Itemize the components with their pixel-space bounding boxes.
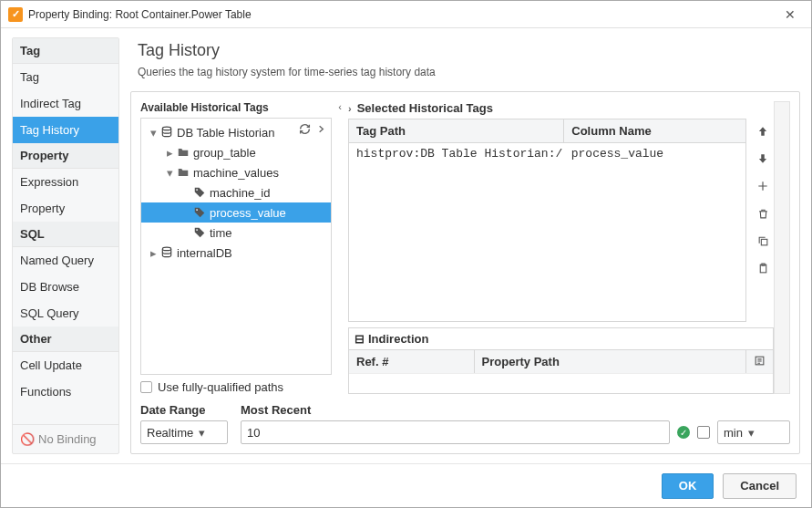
expand-toggle-icon[interactable]: ▸ [147,246,159,260]
tree-node-label: internalDB [177,246,232,260]
tag-icon [192,206,207,219]
sidebar-item-db-browse[interactable]: DB Browse [13,274,118,300]
tree-node-label: process_value [210,206,286,220]
svg-point-3 [196,229,198,231]
selected-tags-body: histprov:DB Table Historian:/tabl proces… [349,143,745,321]
sidebar-item-expression[interactable]: Expression [13,169,118,195]
col-tag-path[interactable]: Tag Path [349,119,564,142]
unit-value: min [724,426,743,440]
sidebar-item-named-query[interactable]: Named Query [13,247,118,274]
date-range-combo[interactable]: Realtime ▾ [140,420,228,444]
sidebar-item-tag[interactable]: Tag [13,64,118,90]
cancel-button[interactable]: Cancel [723,473,797,499]
tree-node[interactable]: ▸group_table [141,142,331,162]
paste-icon[interactable] [755,261,770,275]
most-recent-input[interactable]: 10 [241,420,670,444]
expand-toggle-icon[interactable]: ▾ [147,126,159,140]
tree-node[interactable]: ▸internalDB [141,243,331,263]
sidebar-item-sql-query[interactable]: SQL Query [13,300,118,327]
svg-rect-5 [761,239,767,245]
date-range-value: Realtime [147,426,193,440]
page-subtitle: Queries the tag history system for time-… [130,66,800,78]
indirection-label: Indirection [368,332,428,346]
most-recent-value: 10 [247,426,260,440]
footer: OK Cancel [1,463,811,507]
sidebar-item-property[interactable]: Property [13,195,118,222]
indirection-header[interactable]: ⊟ Indirection [349,328,773,349]
selected-tags-label: › Selected Historical Tags [348,101,774,115]
chevron-down-icon: ▾ [748,426,755,440]
sidebar-item-tag-history[interactable]: Tag History [13,117,118,143]
table-row[interactable]: histprov:DB Table Historian:/tabl proces… [349,143,745,164]
sidebar-group-other: Other [13,327,118,352]
config-panel: Available Historical Tags [130,91,800,454]
db-icon [159,126,174,139]
sidebar-item-indirect-tag[interactable]: Indirect Tag [13,90,118,117]
move-up-icon[interactable] [755,124,770,139]
expand-toggle-icon[interactable]: ▸ [163,146,176,160]
sidebar-group-tag: Tag [13,38,118,64]
delete-icon[interactable] [755,206,770,221]
unit-combo[interactable]: min ▾ [717,420,790,444]
svg-point-1 [196,189,198,191]
available-tags-column: Available Historical Tags [140,101,332,394]
tree-tools [298,122,327,135]
no-binding-icon: 🚫 [20,432,35,446]
refresh-icon[interactable] [298,122,311,135]
tree-node-label: group_table [193,146,256,160]
indirection-body[interactable] [349,373,773,393]
fully-qualified-row[interactable]: Use fully-qualified paths [140,380,332,394]
svg-point-2 [196,209,198,211]
indirection-link-icon[interactable] [746,350,773,373]
tree-node[interactable]: process_value [141,202,331,223]
add-icon[interactable] [755,179,770,193]
expand-selected-icon[interactable]: › [348,103,352,114]
no-binding-label: No Binding [38,432,97,446]
collapse-icon[interactable] [314,122,327,135]
ok-button[interactable]: OK [662,473,714,499]
collapse-available-icon[interactable]: ‹ [338,101,342,112]
ok-label: OK [679,479,697,492]
col-column-name[interactable]: Column Name [564,119,745,142]
sidebar: Tag Tag Indirect Tag Tag History Propert… [12,37,119,454]
date-range-label: Date Range [140,403,228,417]
db-icon [159,246,174,259]
tree-node[interactable]: machine_id [141,182,331,202]
cell-column-name[interactable]: process_value [564,143,745,164]
folder-icon [176,146,190,159]
app-icon-glyph: ✓ [12,8,20,20]
window-body: Tag Tag Indirect Tag Tag History Propert… [1,28,811,463]
tree-node-label: DB Table Historian [177,126,274,140]
cell-tag-path[interactable]: histprov:DB Table Historian:/tabl [349,143,564,164]
expand-toggle-icon[interactable]: ▾ [163,166,176,180]
col-ref-number[interactable]: Ref. # [349,350,475,373]
tag-icon [192,226,207,239]
tree-node-label: machine_values [193,166,279,180]
cancel-label: Cancel [740,479,779,492]
sidebar-group-sql: SQL [13,222,118,247]
tree-node[interactable]: time [141,223,331,243]
available-tags-tree[interactable]: ▾DB Table Historian▸group_table▾machine_… [140,118,332,375]
no-binding-button[interactable]: 🚫 No Binding [13,424,118,453]
fully-qualified-checkbox[interactable] [140,381,152,393]
sidebar-item-functions[interactable]: Functions [13,378,118,405]
property-link-icon[interactable] [697,426,710,439]
sidebar-group-property: Property [13,143,118,169]
sidebar-item-cell-update[interactable]: Cell Update [13,352,118,378]
col-property-path[interactable]: Property Path [475,350,746,373]
app-icon: ✓ [8,7,23,22]
panel-scrollbar[interactable] [774,101,790,394]
window-root: ✓ Property Binding: Root Container.Power… [0,0,812,508]
page-title: Tag History [130,41,800,60]
svg-point-4 [162,247,170,251]
close-button[interactable]: ✕ [776,7,804,22]
tree-node[interactable]: ▾machine_values [141,162,331,182]
indirection-toggle-icon[interactable]: ⊟ [355,332,365,346]
status-ok-icon: ✓ [677,426,690,439]
move-down-icon[interactable] [755,151,770,166]
folder-icon [176,166,190,179]
date-range-row: Date Range Realtime ▾ Most Recent 10 ✓ [140,403,790,444]
selected-tags-table[interactable]: Tag Path Column Name histprov:DB Table H… [348,119,746,322]
titlebar: ✓ Property Binding: Root Container.Power… [1,1,811,28]
copy-icon[interactable] [755,233,770,248]
